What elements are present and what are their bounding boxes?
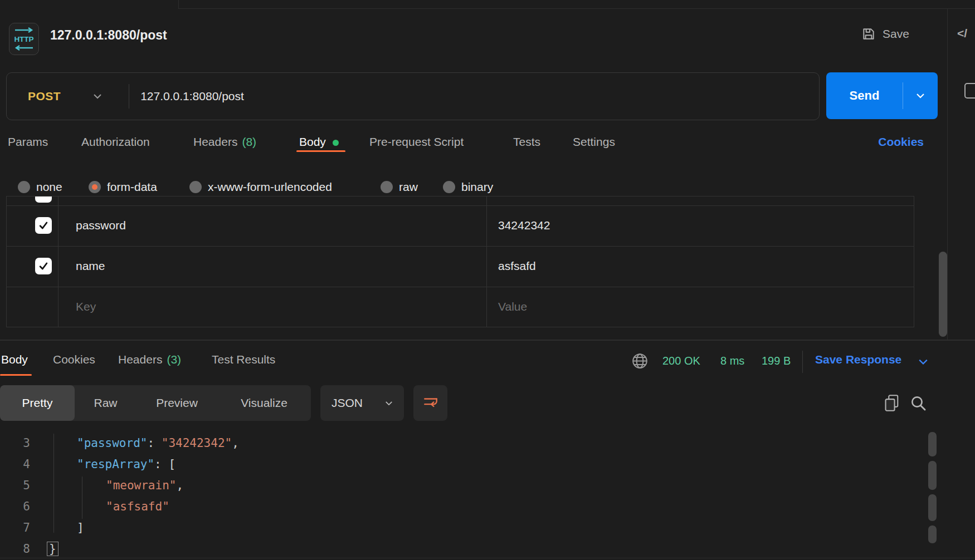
body-modified-dot	[333, 140, 339, 146]
tabstrip-divider	[178, 0, 179, 8]
globe-icon[interactable]	[631, 352, 649, 370]
check-icon	[38, 261, 49, 272]
response-tab-cookies[interactable]: Cookies	[53, 353, 95, 366]
table-checkbox-column-divider	[58, 197, 58, 327]
code-token: ]	[77, 521, 84, 534]
line-number: 3	[0, 436, 39, 450]
copy-response-icon[interactable]	[884, 394, 900, 412]
status-badge[interactable]: 200 OK	[662, 355, 700, 367]
wrap-text-icon	[422, 395, 439, 411]
value-cell[interactable]: 34242342	[498, 219, 550, 232]
bottom-border	[0, 558, 975, 558]
request-url-bar: POST 127.0.0.1:8080/post	[6, 72, 820, 120]
line-number: 7	[0, 521, 39, 534]
cookies-link[interactable]: Cookies	[878, 135, 924, 149]
code-token: :	[147, 436, 161, 450]
save-response-button[interactable]: Save Response	[815, 353, 901, 366]
radio-none-circle	[18, 181, 30, 193]
response-scrollbar-thumb[interactable]	[928, 461, 937, 490]
code-token: ,	[176, 479, 183, 492]
app-window: HTTP 127.0.0.1:8080/post Save </ POST 12…	[0, 0, 975, 560]
key-placeholder-input[interactable]: Key	[76, 300, 96, 313]
response-pane-divider	[0, 340, 975, 341]
url-input[interactable]: 127.0.0.1:8080/post	[140, 90, 244, 103]
key-cell[interactable]: password	[76, 219, 126, 232]
status-divider	[802, 351, 803, 373]
send-options-chevron[interactable]	[903, 93, 938, 99]
line-number: 4	[0, 458, 39, 471]
radio-raw-label: raw	[399, 180, 418, 194]
format-chevron-down-icon	[385, 401, 393, 406]
search-response-icon[interactable]	[909, 394, 927, 412]
code-token: "respArray"	[77, 458, 154, 471]
code-token: ,	[232, 436, 239, 450]
radio-urlencoded-label: x-www-form-urlencoded	[208, 180, 332, 194]
format-dropdown-value: JSON	[332, 396, 363, 410]
save-label: Save	[883, 27, 909, 41]
row-password-checkbox[interactable]	[35, 217, 52, 234]
viewer-mode-visualize[interactable]: Visualize	[217, 385, 311, 421]
radio-form-data[interactable]: form-data	[89, 180, 157, 194]
response-scrollbar-thumb[interactable]	[928, 432, 937, 456]
viewer-mode-group: Pretty Raw Preview Visualize	[0, 385, 311, 421]
response-headers-label: Headers	[118, 353, 162, 366]
radio-x-www-form-urlencoded[interactable]: x-www-form-urlencoded	[189, 180, 332, 194]
tab-headers-label: Headers	[193, 135, 237, 148]
wrap-text-button[interactable]	[413, 385, 447, 421]
radio-form-data-label: form-data	[107, 180, 157, 194]
value-cell[interactable]: asfsafd	[498, 259, 536, 273]
response-tab-test-results[interactable]: Test Results	[212, 353, 275, 366]
method-chevron-down-icon[interactable]	[93, 94, 102, 99]
code-token: "34242342"	[162, 436, 232, 450]
response-tab-body[interactable]: Body	[1, 353, 28, 366]
radio-raw[interactable]: raw	[381, 180, 418, 194]
response-tab-headers[interactable]: Headers(3)	[118, 353, 181, 366]
http-icon-glyph: HTTP	[12, 26, 36, 52]
response-scrollbar-thumb[interactable]	[928, 525, 937, 543]
partial-scrolled-checkbox[interactable]	[35, 197, 52, 203]
active-tab-underline	[296, 150, 345, 152]
key-cell[interactable]: name	[76, 259, 105, 273]
line-number: 8	[0, 542, 39, 556]
radio-binary[interactable]: binary	[443, 180, 493, 194]
tab-settings[interactable]: Settings	[573, 135, 615, 149]
code-token: }	[47, 542, 58, 556]
tab-tests[interactable]: Tests	[513, 135, 540, 149]
tab-body[interactable]: Body	[299, 135, 339, 149]
save-button[interactable]: Save	[861, 27, 909, 41]
code-token: [	[168, 458, 176, 471]
row-name-checkbox[interactable]	[35, 258, 52, 274]
http-method-icon: HTTP	[9, 23, 39, 55]
right-rail-divider	[947, 8, 948, 340]
value-placeholder-input[interactable]: Value	[498, 300, 527, 313]
code-snippet-icon[interactable]: </	[957, 27, 967, 40]
viewer-mode-pretty[interactable]: Pretty	[0, 385, 75, 421]
response-size[interactable]: 199 B	[762, 355, 791, 367]
format-dropdown[interactable]: JSON	[320, 385, 404, 421]
radio-raw-circle	[381, 181, 393, 193]
code-line: 5"meowrain",	[0, 475, 975, 496]
response-scrollbar-thumb[interactable]	[928, 494, 937, 521]
radio-binary-circle	[443, 181, 455, 193]
documentation-icon[interactable]	[964, 82, 975, 100]
indent-guide	[53, 434, 54, 533]
response-body-code[interactable]: 3"password": "34242342",4"respArray": [5…	[0, 433, 975, 559]
table-row-border	[7, 246, 914, 247]
tab-headers[interactable]: Headers(8)	[193, 135, 256, 149]
save-response-chevron-icon[interactable]	[918, 358, 928, 365]
table-row-border	[7, 287, 914, 287]
tab-pre-request-script[interactable]: Pre-request Script	[369, 135, 464, 149]
code-token: "asfsafd"	[106, 500, 169, 513]
radio-none[interactable]: none	[18, 180, 62, 194]
response-time[interactable]: 8 ms	[720, 355, 744, 367]
code-line: 6"asfsafd"	[0, 496, 975, 517]
svg-text:HTTP: HTTP	[14, 35, 33, 43]
tab-authorization[interactable]: Authorization	[81, 135, 150, 149]
tab-params[interactable]: Params	[8, 135, 48, 149]
viewer-mode-raw[interactable]: Raw	[75, 385, 136, 421]
table-scrollbar-thumb[interactable]	[939, 252, 947, 337]
viewer-mode-preview[interactable]: Preview	[136, 385, 217, 421]
url-bar-divider	[129, 84, 129, 109]
method-selector[interactable]: POST	[28, 90, 61, 103]
send-button[interactable]: Send	[826, 72, 938, 119]
